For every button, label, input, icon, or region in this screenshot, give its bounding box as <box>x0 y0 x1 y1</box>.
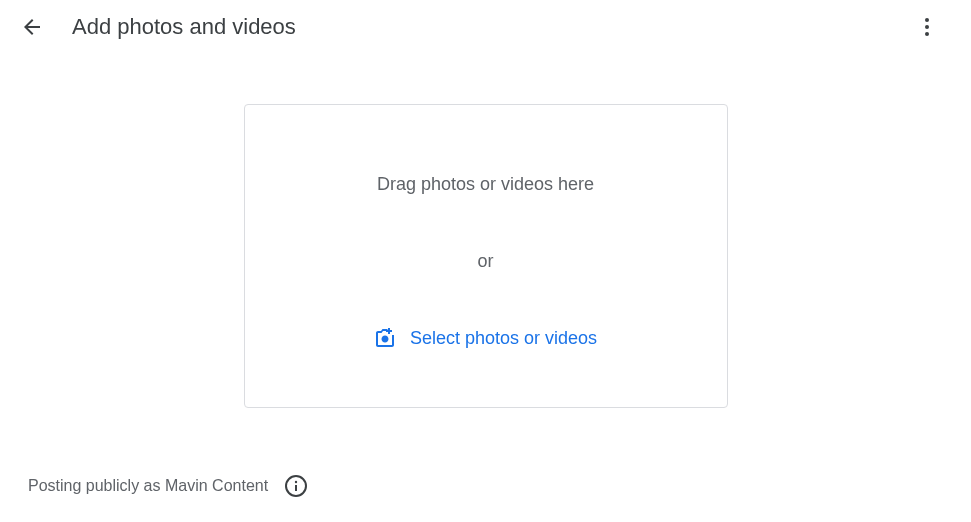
more-vert-icon <box>915 15 939 39</box>
svg-point-2 <box>925 32 929 36</box>
more-button[interactable] <box>915 15 939 39</box>
header: Add photos and videos <box>0 0 971 54</box>
footer: Posting publicly as Mavin Content <box>28 474 308 498</box>
header-left: Add photos and videos <box>20 14 296 40</box>
main-content: Drag photos or videos here or Select pho… <box>0 104 971 408</box>
svg-rect-5 <box>295 485 297 491</box>
info-icon[interactable] <box>284 474 308 498</box>
select-text: Select photos or videos <box>410 328 597 349</box>
posting-text: Posting publicly as Mavin Content <box>28 477 268 495</box>
drag-text: Drag photos or videos here <box>377 174 594 195</box>
select-button[interactable]: Select photos or videos <box>374 328 597 349</box>
back-button[interactable] <box>20 15 44 39</box>
arrow-back-icon <box>20 15 44 39</box>
page-title: Add photos and videos <box>72 14 296 40</box>
drop-zone[interactable]: Drag photos or videos here or Select pho… <box>244 104 728 408</box>
or-text: or <box>477 251 493 272</box>
svg-point-0 <box>925 18 929 22</box>
svg-point-1 <box>925 25 929 29</box>
camera-add-icon <box>374 328 396 348</box>
svg-point-4 <box>295 481 297 483</box>
